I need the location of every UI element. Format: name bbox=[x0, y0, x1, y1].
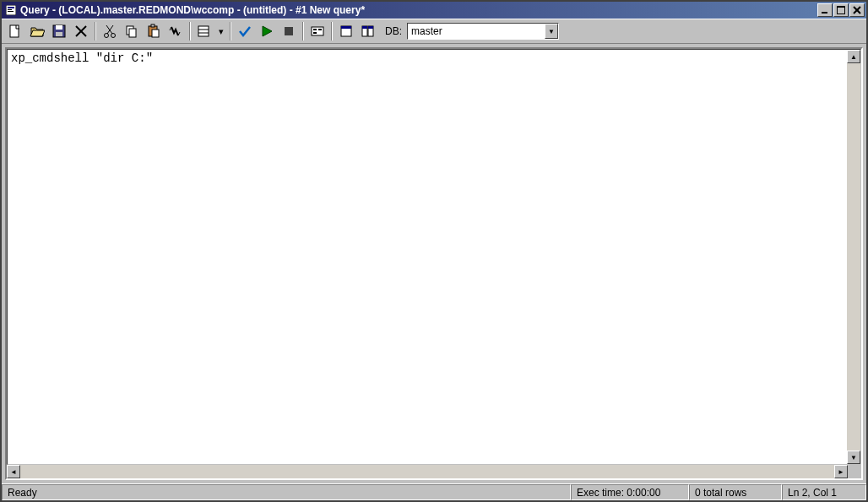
svg-rect-32 bbox=[313, 32, 317, 34]
minimize-button[interactable] bbox=[817, 3, 833, 17]
svg-rect-1 bbox=[8, 7, 14, 8]
scroll-left-button[interactable]: ◄ bbox=[7, 465, 20, 478]
svg-marker-27 bbox=[263, 26, 272, 36]
svg-rect-6 bbox=[837, 6, 845, 8]
horizontal-scrollbar[interactable]: ◄ ► bbox=[7, 465, 861, 478]
copy-icon bbox=[124, 24, 139, 39]
db-label: DB: bbox=[385, 25, 402, 37]
query-window: Query - (LOCAL).master.REDMOND\wccomp - … bbox=[0, 0, 868, 502]
svg-rect-20 bbox=[129, 29, 136, 37]
svg-rect-2 bbox=[8, 9, 12, 10]
svg-point-17 bbox=[105, 34, 109, 38]
scroll-down-button[interactable]: ▼ bbox=[847, 451, 860, 464]
svg-line-16 bbox=[107, 25, 113, 34]
stop-button[interactable] bbox=[279, 21, 299, 41]
toolbar-separator bbox=[331, 22, 333, 40]
stop-icon bbox=[281, 24, 296, 39]
close-button[interactable] bbox=[849, 3, 865, 17]
dropdown-arrow-icon: ▼ bbox=[545, 24, 558, 39]
svg-rect-28 bbox=[285, 27, 293, 35]
svg-rect-12 bbox=[56, 32, 62, 36]
svg-rect-24 bbox=[198, 26, 209, 36]
scroll-corner bbox=[848, 465, 861, 478]
results-mode-icon bbox=[197, 24, 212, 39]
svg-rect-31 bbox=[318, 29, 322, 30]
dropdown-arrow-icon: ▾ bbox=[219, 26, 224, 37]
properties-icon bbox=[339, 24, 354, 39]
database-select-value: master bbox=[408, 25, 545, 37]
database-select[interactable]: master ▼ bbox=[407, 23, 559, 40]
editor-panel: xp_cmdshell "dir C:" ▲ ▼ ◄ ► bbox=[5, 47, 863, 480]
find-icon bbox=[168, 24, 183, 39]
toolbar-separator bbox=[189, 22, 191, 40]
check-icon bbox=[237, 24, 252, 39]
svg-point-18 bbox=[111, 34, 116, 38]
toolbar-separator bbox=[95, 22, 96, 40]
open-icon bbox=[30, 24, 45, 39]
show-plan-button[interactable] bbox=[307, 21, 328, 41]
delete-button[interactable] bbox=[71, 21, 91, 41]
scroll-track[interactable] bbox=[847, 63, 860, 451]
status-exec-time: Exec time: 0:00:00 bbox=[571, 484, 689, 500]
find-button[interactable] bbox=[165, 21, 186, 41]
copy-button[interactable] bbox=[122, 21, 142, 41]
svg-rect-3 bbox=[8, 11, 14, 12]
options-button[interactable] bbox=[358, 21, 378, 41]
svg-rect-23 bbox=[152, 30, 159, 37]
open-button[interactable] bbox=[27, 21, 47, 41]
app-icon bbox=[5, 4, 17, 16]
scroll-up-button[interactable]: ▲ bbox=[847, 50, 860, 63]
svg-rect-11 bbox=[56, 25, 62, 30]
new-button[interactable] bbox=[5, 21, 25, 41]
status-position: Ln 2, Col 1 bbox=[782, 484, 866, 500]
status-rows: 0 total rows bbox=[689, 484, 782, 500]
scroll-track[interactable] bbox=[20, 465, 834, 478]
toolbar-separator bbox=[302, 22, 304, 40]
delete-icon bbox=[73, 24, 89, 39]
vertical-scrollbar[interactable]: ▲ ▼ bbox=[847, 50, 860, 464]
status-ready: Ready bbox=[2, 484, 571, 500]
svg-rect-34 bbox=[341, 26, 351, 29]
paste-button[interactable] bbox=[144, 21, 164, 41]
svg-rect-30 bbox=[313, 29, 317, 30]
plan-icon bbox=[310, 24, 325, 39]
toolbar-separator bbox=[230, 22, 231, 40]
maximize-button[interactable] bbox=[833, 3, 849, 17]
svg-rect-4 bbox=[822, 12, 827, 13]
execute-button[interactable] bbox=[257, 21, 277, 41]
svg-rect-37 bbox=[362, 26, 367, 29]
results-mode-button[interactable] bbox=[194, 21, 214, 41]
save-button[interactable] bbox=[49, 21, 69, 41]
new-icon bbox=[8, 24, 23, 39]
svg-rect-9 bbox=[10, 25, 19, 37]
cut-icon bbox=[102, 24, 117, 39]
parse-button[interactable] bbox=[235, 21, 255, 41]
statusbar: Ready Exec time: 0:00:00 0 total rows Ln… bbox=[2, 483, 866, 500]
query-editor[interactable]: xp_cmdshell "dir C:" bbox=[8, 50, 847, 464]
toolbar: ▾ bbox=[2, 19, 866, 44]
scroll-right-button[interactable]: ► bbox=[834, 465, 848, 478]
svg-rect-38 bbox=[368, 26, 373, 29]
window-controls bbox=[817, 3, 865, 17]
titlebar: Query - (LOCAL).master.REDMOND\wccomp - … bbox=[2, 2, 866, 19]
editor-body: xp_cmdshell "dir C:" ▲ ▼ bbox=[7, 49, 861, 465]
svg-rect-29 bbox=[312, 27, 323, 35]
svg-rect-22 bbox=[151, 24, 155, 27]
paste-icon bbox=[146, 24, 161, 39]
options-icon bbox=[361, 24, 376, 39]
results-mode-dropdown[interactable]: ▾ bbox=[216, 21, 226, 41]
cut-button[interactable] bbox=[100, 21, 120, 41]
window-title: Query - (LOCAL).master.REDMOND\wccomp - … bbox=[20, 4, 817, 16]
properties-button[interactable] bbox=[336, 21, 356, 41]
save-icon bbox=[52, 24, 67, 39]
svg-line-15 bbox=[106, 25, 112, 34]
play-icon bbox=[259, 24, 274, 39]
